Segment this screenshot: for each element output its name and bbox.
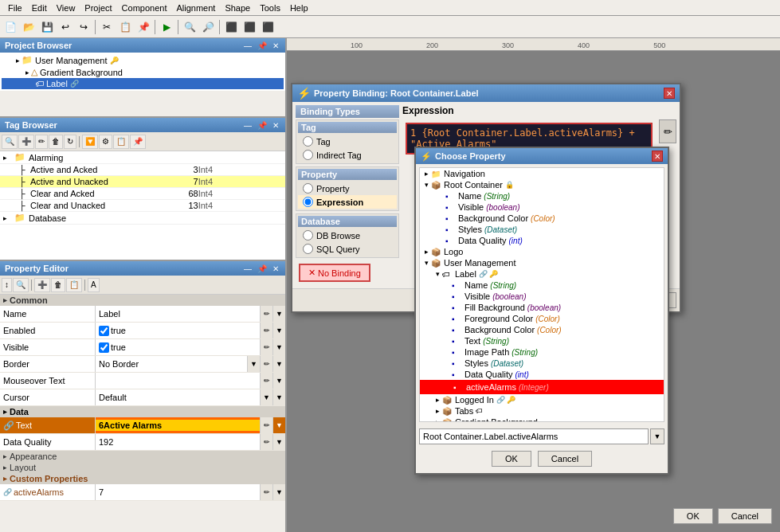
prop-value-enabled[interactable]: true xyxy=(96,325,260,337)
sql-radio[interactable] xyxy=(303,244,313,254)
ctree-label-fillbg[interactable]: ▪ Fill Background (boolean) xyxy=(420,302,664,313)
tree-item-label[interactable]: 🏷 Label 🔗 xyxy=(2,78,284,89)
choose-prop-close[interactable]: ✕ xyxy=(652,151,663,162)
prop-activealarms-edit[interactable]: ✏ xyxy=(260,484,272,500)
ctree-gradient-bg[interactable]: ▸ 📦 Gradient Background xyxy=(420,417,664,422)
ctree-label-text[interactable]: ▪ Text (String) xyxy=(420,335,664,346)
indirect-tag-option[interactable]: Indirect Tag xyxy=(298,148,397,162)
tag-copy-btn[interactable]: 📋 xyxy=(113,135,129,149)
prop-value-text[interactable]: 6Active Alarms xyxy=(96,420,260,431)
tree-item-gradient[interactable]: ▸ △ Gradient Background xyxy=(2,66,284,78)
ctree-logo[interactable]: ▸ 📦 Logo xyxy=(420,246,664,257)
ctree-label-fgcolor[interactable]: ▪ Foreground Color (Color) xyxy=(420,313,664,324)
align-left-btn[interactable]: ⬛ xyxy=(222,18,240,36)
prop-border-more[interactable]: ▼ xyxy=(272,356,285,372)
ctree-tabs[interactable]: ▸ 📦 Tabs 🏷 xyxy=(420,405,664,417)
prop-name-more[interactable]: ▼ xyxy=(272,306,285,322)
prop-value-border[interactable]: No Border xyxy=(96,358,247,370)
prop-cursor-more[interactable]: ▼ xyxy=(272,389,285,405)
menu-tools[interactable]: Tools xyxy=(255,2,285,14)
db-browse-option[interactable]: DB Browse xyxy=(298,229,397,242)
paste-btn[interactable]: 📌 xyxy=(135,18,152,36)
visible-checkbox[interactable] xyxy=(99,342,109,353)
menu-view[interactable]: View xyxy=(52,2,80,14)
ctree-label-bgcolor[interactable]: ▪ Background Color (Color) xyxy=(420,324,664,335)
prop-border-edit[interactable]: ✏ xyxy=(260,356,272,372)
ctree-rc-styles[interactable]: ▪ Styles (Dataset) xyxy=(420,224,664,235)
ctree-user-mgmt[interactable]: ▾ 📦 User Management xyxy=(420,257,664,268)
sql-option[interactable]: SQL Query xyxy=(298,242,397,256)
indirect-tag-radio[interactable] xyxy=(303,150,313,160)
ctree-label-styles[interactable]: ▪ Styles (Dataset) xyxy=(420,358,664,369)
menu-shape[interactable]: Shape xyxy=(220,2,255,14)
menu-file[interactable]: File xyxy=(3,2,27,14)
choose-prop-path-dropdown[interactable]: ▼ xyxy=(650,428,664,444)
open-btn[interactable]: 📂 xyxy=(20,18,37,36)
no-binding-btn[interactable]: ✕ No Binding xyxy=(299,264,370,282)
prop-editor-pin[interactable]: 📌 xyxy=(256,264,268,273)
prop-visible-more[interactable]: ▼ xyxy=(272,339,285,355)
prop-enabled-more[interactable]: ▼ xyxy=(272,323,285,338)
new-btn[interactable]: 📄 xyxy=(2,18,19,36)
cut-btn[interactable]: ✂ xyxy=(98,18,116,36)
tag-row-database[interactable]: ▸ 📁 Database xyxy=(0,212,285,225)
prop-text-btn[interactable]: A xyxy=(88,278,100,292)
tag-delete-btn[interactable]: 🗑 xyxy=(49,135,63,149)
choose-prop-cancel[interactable]: Cancel xyxy=(538,451,592,467)
prop-name-edit[interactable]: ✏ xyxy=(260,306,272,322)
ctree-label-node[interactable]: ▾ 🏷 Label 🔗 🔑 xyxy=(420,268,664,280)
project-browser-pin[interactable]: 📌 xyxy=(256,41,268,50)
ctree-rc-visible[interactable]: ▪ Visible (boolean) xyxy=(420,201,664,213)
ctree-root-container[interactable]: ▾ 📦 Root Container 🔒 xyxy=(420,179,664,190)
menu-edit[interactable]: Edit xyxy=(27,2,52,14)
expression-option[interactable]: Expression xyxy=(298,195,397,209)
copy-btn[interactable]: 📋 xyxy=(116,18,134,36)
run-btn[interactable]: ▶ xyxy=(158,18,175,36)
property-option[interactable]: Property xyxy=(298,182,397,195)
main-cancel-btn[interactable]: Cancel xyxy=(718,508,772,524)
prop-quality-edit[interactable]: ✏ xyxy=(260,434,272,450)
prop-delete-btn[interactable]: 🗑 xyxy=(51,278,65,292)
prop-value-mouseover[interactable] xyxy=(96,380,260,381)
tag-add-btn[interactable]: ➕ xyxy=(18,135,34,149)
ctree-label-activealarms[interactable]: ▪ activeAlarms (Integer) xyxy=(420,380,664,394)
align-center-btn[interactable]: ⬛ xyxy=(241,18,258,36)
ctree-navigation[interactable]: ▸ 📁 Navigation xyxy=(420,168,664,179)
prop-copy-btn[interactable]: 📋 xyxy=(66,278,82,292)
tree-item-user-mgmt[interactable]: ▸ 📁 User Management 🔑 xyxy=(2,54,284,66)
tag-row-unacked[interactable]: ├ Active and Unacked 7 Int4 xyxy=(0,176,285,188)
ctree-rc-bgcolor[interactable]: ▪ Background Color (Color) xyxy=(420,213,664,224)
tag-row-clear-acked[interactable]: ├ Clear and Acked 68 Int4 xyxy=(0,188,285,200)
prop-editor-minimize[interactable]: — xyxy=(242,264,253,273)
prop-activealarms-more[interactable]: ▼ xyxy=(272,484,285,500)
ctree-label-imgpath[interactable]: ▪ Image Path (String) xyxy=(420,346,664,358)
prop-cursor-dropdown[interactable]: ▼ xyxy=(260,389,272,405)
tag-settings-btn[interactable]: ⚙ xyxy=(99,135,112,149)
tag-browser-minimize[interactable]: — xyxy=(242,121,253,130)
main-ok-btn[interactable]: OK xyxy=(673,508,713,524)
tag-row-alarming[interactable]: ▸ 📁 Alarming xyxy=(0,151,285,164)
prop-value-activealarms[interactable]: 7 xyxy=(96,487,260,498)
prop-mouseover-edit[interactable]: ✏ xyxy=(260,373,272,389)
property-radio[interactable] xyxy=(303,183,313,194)
prop-value-cursor[interactable]: Default xyxy=(96,392,260,403)
ctree-rc-quality[interactable]: ▪ Data Quality (int) xyxy=(420,235,664,246)
zoom-out-btn[interactable]: 🔎 xyxy=(199,18,217,36)
zoom-in-btn[interactable]: 🔍 xyxy=(181,18,198,36)
tag-paste-btn[interactable]: 📌 xyxy=(130,135,146,149)
ctree-label-name[interactable]: ▪ Name (String) xyxy=(420,280,664,291)
tag-edit-btn[interactable]: ✏ xyxy=(35,135,48,149)
undo-btn[interactable]: ↩ xyxy=(57,18,74,36)
expression-radio[interactable] xyxy=(303,197,313,207)
tag-refresh-btn[interactable]: ↻ xyxy=(64,135,76,149)
db-browse-radio[interactable] xyxy=(303,230,313,241)
ctree-label-dataquality[interactable]: ▪ Data Quality (int) xyxy=(420,369,664,380)
prop-border-dropdown[interactable]: ▼ xyxy=(247,356,260,372)
ctree-loggedin[interactable]: ▸ 📦 Logged In 🔗 🔑 xyxy=(420,394,664,405)
canvas[interactable]: ⚡ Property Binding: Root Container.Label… xyxy=(287,51,780,532)
ctree-label-visible[interactable]: ▪ Visible (boolean) xyxy=(420,291,664,302)
tag-row-clear-unacked[interactable]: ├ Clear and Unacked 13 Int4 xyxy=(0,200,285,212)
project-browser-close[interactable]: ✕ xyxy=(271,41,280,50)
tag-radio[interactable] xyxy=(303,136,313,147)
redo-btn[interactable]: ↪ xyxy=(75,18,92,36)
